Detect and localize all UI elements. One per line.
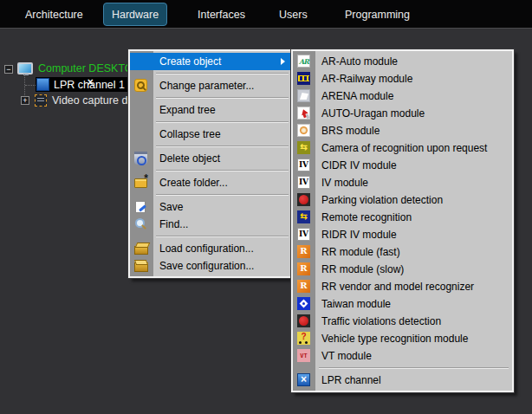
save-icon (134, 200, 147, 213)
tab-architecture[interactable]: Architecture (25, 0, 83, 29)
camera-request-icon (297, 141, 310, 154)
red-circle-icon (297, 314, 310, 327)
menu-item-label: Find... (159, 218, 188, 230)
menu-item-taiwan-module[interactable]: Taiwan module (293, 295, 512, 313)
menu-item-label: Create folder... (159, 177, 228, 189)
folder-new-icon (134, 176, 147, 189)
menu-item-save-configuration[interactable]: Save configuration... (130, 257, 291, 275)
menu-item-label: Load configuration... (159, 243, 254, 255)
tab-bar: ArchitectureHardwareInterfacesUsersProgr… (0, 0, 532, 29)
create-object-submenu: AR-Auto moduleAR-Railway moduleARENA mod… (291, 49, 514, 392)
application-window: ArchitectureHardwareInterfacesUsersProgr… (0, 0, 532, 414)
menu-item-rr-module-fast[interactable]: RR module (fast) (293, 243, 512, 261)
tab-programming[interactable]: Programming (345, 0, 410, 29)
box-closed-icon (134, 259, 147, 272)
menu-separator (130, 143, 291, 150)
rr-icon (297, 262, 310, 275)
arena-icon (297, 89, 310, 102)
menu-item-collapse-tree[interactable]: Collapse tree (130, 126, 291, 143)
menu-item-save[interactable]: Save (130, 198, 291, 216)
menu-item-remote-recognition[interactable]: Remote recognition (293, 209, 512, 226)
iv-icon (297, 176, 310, 189)
box-open-icon (134, 242, 147, 255)
menu-item-traffic-violations-detection[interactable]: Traffic violations detection (293, 313, 512, 330)
menu-item-arena-module[interactable]: ARENA module (293, 87, 512, 105)
menu-item-brs-module[interactable]: BRS module (293, 122, 512, 139)
menu-item-label: RR module (slow) (321, 263, 404, 275)
menu-item-label: RR module (fast) (321, 246, 400, 258)
computer-icon (17, 62, 33, 74)
key-icon (134, 79, 147, 92)
vehicle-type-icon (297, 332, 310, 345)
auto-uragan-icon (297, 107, 310, 120)
menu-item-auto-uragan-module[interactable]: AUTO-Uragan module (293, 105, 512, 122)
menu-item-label: Create object (159, 55, 221, 68)
submenu-arrow-icon (281, 58, 285, 65)
menu-item-find[interactable]: Find... (130, 216, 291, 233)
menu-item-label: RIDR IV module (321, 229, 397, 241)
ar-railway-icon (297, 72, 310, 85)
menu-item-label: Delete object (159, 152, 220, 165)
menu-item-cidr-iv-module[interactable]: CIDR IV module (293, 157, 512, 174)
find-icon (134, 217, 147, 230)
menu-item-label: Collapse tree (159, 128, 221, 140)
menu-item-label: Save configuration... (159, 260, 254, 272)
menu-item-label: Save (159, 201, 183, 213)
menu-item-label: IV module (321, 177, 368, 189)
red-circle-icon (297, 193, 310, 206)
menu-separator (130, 70, 291, 77)
menu-item-label: VT module (321, 350, 372, 362)
menu-item-expand-tree[interactable]: Expand tree (130, 101, 291, 119)
menu-item-lpr-channel[interactable]: LPR channel (293, 372, 512, 389)
tab-hardware[interactable]: Hardware (103, 3, 167, 26)
context-menu: Create objectChange parameter...Expand t… (128, 49, 293, 278)
menu-item-label: Expand tree (159, 104, 216, 116)
lpr-channel-icon (36, 78, 49, 91)
tree-connector-horizontal (25, 85, 36, 86)
tree-item-video-capture[interactable]: Video capture d (52, 94, 127, 107)
menu-item-label: AUTO-Uragan module (321, 107, 425, 120)
menu-separator (130, 233, 291, 240)
menu-separator (130, 191, 291, 198)
vt-icon (297, 349, 310, 362)
menu-item-label: Remote recognition (321, 211, 412, 223)
menu-separator (130, 119, 291, 126)
menu-item-label: RR vendor and model recognizer (321, 281, 474, 293)
menu-separator (130, 94, 291, 101)
menu-item-create-folder[interactable]: Create folder... (130, 174, 291, 191)
tab-users[interactable]: Users (279, 0, 308, 29)
menu-item-load-configuration[interactable]: Load configuration... (130, 240, 291, 257)
menu-item-ridr-iv-module[interactable]: RIDR IV module (293, 226, 512, 243)
menu-item-vehicle-type-recognition-module[interactable]: Vehicle type recognition module (293, 330, 512, 347)
menu-item-create-object[interactable]: Create object (130, 53, 291, 70)
menu-item-label: ARENA module (321, 90, 393, 102)
menu-item-ar-railway-module[interactable]: AR-Railway module (293, 70, 512, 87)
tree-expander-collapse[interactable]: − (4, 65, 13, 74)
tree-connector-vertical (24, 74, 25, 99)
menu-item-parking-violation-detection[interactable]: Parking violation detection (293, 191, 512, 209)
menu-item-iv-module[interactable]: IV module (293, 174, 512, 191)
menu-item-camera-of-recognition-upon-request[interactable]: Camera of recognition upon request (293, 139, 512, 157)
menu-item-vt-module[interactable]: VT module (293, 347, 512, 365)
menu-item-label: LPR channel (321, 374, 381, 386)
context-menu-items: Create objectChange parameter...Expand t… (130, 53, 291, 275)
menu-separator (130, 167, 291, 174)
menu-item-ar-auto-module[interactable]: AR-Auto module (293, 53, 512, 70)
menu-item-label: CIDR IV module (321, 159, 397, 171)
menu-item-label: AR-Auto module (321, 55, 398, 68)
menu-item-label: Vehicle type recognition module (321, 333, 468, 345)
taiwan-icon (297, 297, 310, 310)
tree-expander-expand[interactable]: + (21, 96, 29, 105)
menu-item-label: Camera of recognition upon request (321, 142, 487, 154)
menu-item-label: Traffic violations detection (321, 315, 441, 327)
menu-item-rr-module-slow[interactable]: RR module (slow) (293, 261, 512, 278)
menu-item-label: AR-Railway module (321, 73, 412, 85)
tab-interfaces[interactable]: Interfaces (198, 0, 245, 29)
menu-item-delete-object[interactable]: Delete object (130, 150, 291, 167)
menu-item-rr-vendor-and-model-recognizer[interactable]: RR vendor and model recognizer (293, 278, 512, 295)
rr-icon (297, 245, 310, 258)
menu-item-change-parameter[interactable]: Change parameter... (130, 77, 291, 94)
brs-icon (297, 124, 310, 137)
video-capture-device-icon (35, 94, 47, 107)
submenu-items: AR-Auto moduleAR-Railway moduleARENA mod… (293, 53, 512, 389)
